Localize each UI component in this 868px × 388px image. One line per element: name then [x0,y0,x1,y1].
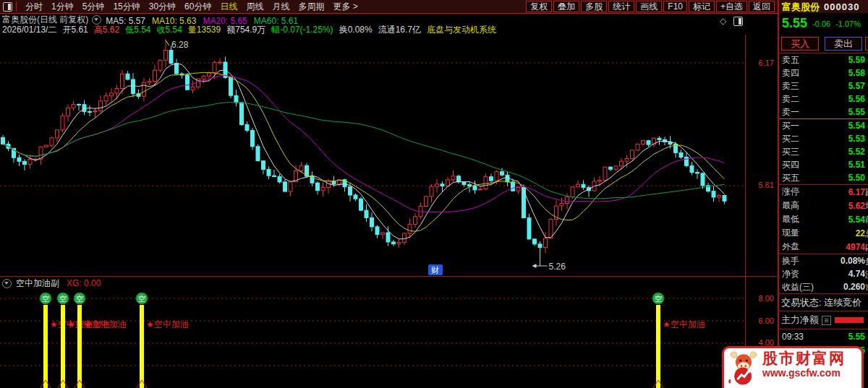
ask-row-1-price: 5.58 [848,68,865,78]
period-tab-3[interactable]: 15分钟 [113,1,140,13]
stat-row-1-value: 5.62 [848,201,865,211]
stat2-row-1-label: 净资 [782,268,799,280]
ask-row-3-label: 卖二 [782,93,799,105]
stat-row-3-partial: 总 [865,228,868,240]
bid-row-1[interactable]: 买二5.53 [779,132,868,145]
price-row: 5.55 -0.06 -1.07% [779,13,868,34]
price-change-pct: -1.07% [835,20,861,28]
toolbar-button-3[interactable]: 统计 [608,1,634,12]
tick-price-0: 5.55 [848,332,865,342]
ask-row-1[interactable]: 卖四5.58 [779,66,868,79]
period-tab-0[interactable]: 分时 [25,1,43,13]
period-tab-10[interactable]: 更多 > [333,1,357,13]
stat-row-0: 涨停6.17跌 [779,185,868,199]
price-change: -0.06 [812,20,830,28]
bid-row-0[interactable]: 买一5.54 [779,119,868,132]
svg-text:空: 空 [138,295,145,303]
signal-bar-1 [61,305,65,388]
ask-row-2[interactable]: 卖三5.57 [779,79,868,92]
sell-button[interactable]: 卖出 [825,37,862,51]
period-tab-9[interactable]: 多周期 [298,1,324,13]
last-price: 5.55 [782,16,807,31]
panel-maximize-icon[interactable] [733,17,743,26]
more-trade-button[interactable] [865,37,868,51]
bid-row-0-price: 5.54 [848,121,865,131]
ask-row-1-label: 卖四 [782,67,799,79]
main-flow-row: 主力净额 ≡ [779,311,868,329]
stock-name: 富奥股份 [782,1,820,14]
svg-text:空: 空 [76,295,83,303]
indicator-chart[interactable]: 空★空中加油空★空中加油空★空中加油空★空中加油空★空中加油 [0,289,745,388]
stat2-row-0-label: 换手 [782,255,799,267]
toolbar-button-1[interactable]: 叠加 [553,1,579,12]
ask-row-2-label: 卖三 [782,80,799,92]
stat-row-0-label: 涨停 [782,186,799,198]
period-tab-2[interactable]: 5分钟 [82,1,105,13]
quote-panel: 富奥股份 000030 5.55 -0.06 -1.07% 买入 卖出 卖五5.… [778,0,868,388]
window-layout-icon[interactable] [3,2,12,12]
bid-row-3-price: 5.51 [848,160,865,170]
signal-bar-2 [77,305,82,388]
period-tabs: 分时1分钟5分钟15分钟30分钟60分钟日线周线月线多周期更多 > [21,1,362,13]
toolbar-button-0[interactable]: 复权 [526,1,552,12]
toolbar-button-4[interactable]: 画线 [636,1,662,12]
stat2-row-1-value: 4.74 [848,269,865,279]
diamond-marker-icon[interactable]: ◇ [720,17,726,25]
bid-row-2-label: 买三 [782,146,799,158]
svg-text:空: 空 [59,295,67,303]
indicator-axis-label-6: 6.00 [746,316,774,325]
top-toolbar: 分时1分钟5分钟15分钟30分钟60分钟日线周线月线多周期更多 > 复权叠加多股… [0,0,778,13]
ask-row-3-price: 5.56 [848,94,865,104]
watermark-site-url: www.gscfw.com [762,368,846,378]
bid-row-1-label: 买二 [782,133,799,145]
chevron-down-icon[interactable] [2,279,12,288]
main-candlestick-chart[interactable]: 6.285.26财 [0,35,745,276]
period-tab-8[interactable]: 月线 [272,1,289,13]
stat2-row-2-value: 0.260 [843,282,865,292]
ask-row-4[interactable]: 卖一5.55 [779,105,868,118]
toolbar-button-8[interactable]: 返回 [749,1,775,12]
period-tab-4[interactable]: 30分钟 [149,1,176,13]
stat2-row-0-partial: 量 [865,256,868,268]
stat-row-2-value: 5.54 [848,215,865,225]
period-tab-1[interactable]: 1分钟 [51,1,74,13]
bid-list: 买一5.54买二5.53买三5.52买四5.51买五5.50 [779,119,868,184]
bid-row-4-price: 5.50 [848,173,865,183]
stat-row-1-label: 最高 [782,199,799,212]
toolbar-divider [16,1,17,12]
toolbar-button-7[interactable]: +自选 [716,1,747,12]
bid-row-1-price: 5.53 [848,134,865,144]
stat-row-2-label: 最低 [782,213,799,225]
trade-status: 交易状态: 连续竞价 [779,294,868,311]
bid-row-4-label: 买五 [782,172,799,184]
stat2-row-1-partial: 沪 [865,269,868,281]
stat-row-0-value: 6.17 [848,187,865,197]
bid-row-3[interactable]: 买四5.51 [779,158,868,171]
price-axis-label-617: 6.17 [746,59,774,67]
stat-row-4: 外盘4974内 [779,240,868,254]
bid-row-4[interactable]: 买五5.50 [779,171,868,184]
buy-button[interactable]: 买入 [781,37,819,51]
watermark-site-name: 股市财富网 [762,350,846,366]
main-flow-bar [835,317,864,323]
svg-text:空: 空 [655,295,662,303]
period-tab-6[interactable]: 日线 [220,1,237,13]
period-tab-5[interactable]: 60分钟 [184,1,211,13]
stat2-row-2-label: 收益(三) [782,281,814,293]
stat-row-2: 最低5.54前 [779,212,868,226]
stat-row-1-partial: 均 [865,200,868,212]
tick-row-0: 09:335.55 [779,329,868,343]
stock-code: 000030 [824,1,859,12]
signal-label-3: ★空中加油 [146,319,189,329]
signal-label-2: ★空中加油 [84,319,127,329]
toolbar-button-5[interactable]: F10 [663,1,687,12]
low-annotation: 5.26 [549,262,566,272]
ask-row-3[interactable]: 卖二5.56 [779,92,868,105]
toolbar-button-6[interactable]: 标记 [689,1,715,12]
detail-list-icon[interactable]: ≡ [822,316,831,325]
bid-row-2[interactable]: 买三5.52 [779,145,868,158]
ask-row-0[interactable]: 卖五5.59 [779,53,868,66]
stat2-row-2: 收益(三)0.260市 [779,280,868,293]
toolbar-button-2[interactable]: 多股 [581,1,607,12]
period-tab-7[interactable]: 周线 [246,1,263,13]
